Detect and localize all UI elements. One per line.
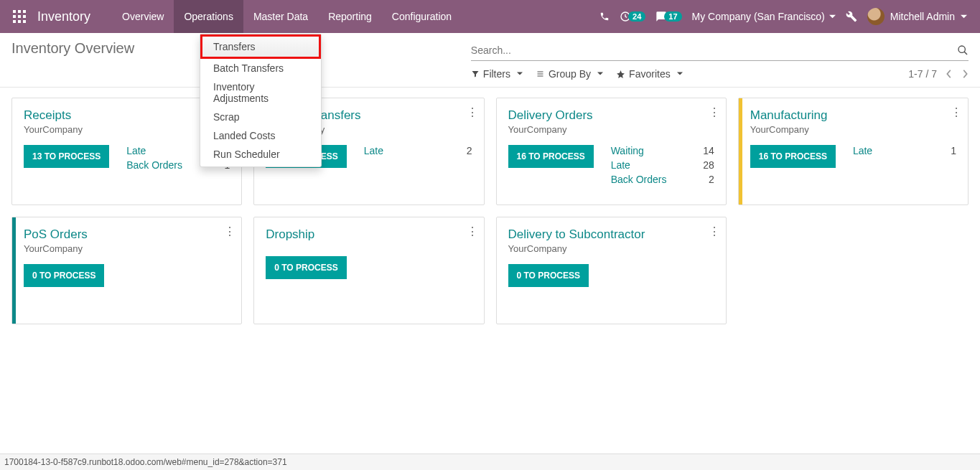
user-menu[interactable]: Mitchell Admin: [867, 8, 967, 25]
dd-run-scheduler[interactable]: Run Scheduler: [200, 145, 321, 164]
card-title[interactable]: Manufacturing: [750, 108, 956, 123]
caret-down-icon: [961, 14, 967, 20]
apps-icon[interactable]: [13, 10, 26, 23]
svg-rect-0: [13, 10, 16, 13]
card-title[interactable]: Delivery Orders: [508, 108, 714, 123]
kanban-card[interactable]: ⋮Delivery OrdersYourCompany16 TO PROCESS…: [496, 98, 727, 205]
search-icon[interactable]: [957, 44, 969, 56]
user-name: Mitchell Admin: [890, 11, 955, 22]
dd-inventory-adjustments[interactable]: Inventory Adjustments: [200, 77, 321, 108]
kanban-view: ⋮ReceiptsYourCompany13 TO PROCESSLate12B…: [0, 88, 980, 334]
stat-value: 2: [467, 145, 472, 156]
stat-row[interactable]: Back Orders2: [611, 174, 714, 185]
groupby-button[interactable]: Group By: [536, 68, 603, 80]
card-stats: Late1: [853, 145, 956, 159]
stat-row[interactable]: Late1: [853, 145, 956, 156]
groupby-label: Group By: [549, 68, 591, 80]
card-stats: Waiting14Late28Back Orders2: [611, 145, 714, 188]
caret-down-icon: [517, 71, 523, 77]
stat-label: Late: [853, 145, 872, 156]
stat-label: Late: [611, 159, 630, 171]
kanban-card[interactable]: ⋮ManufacturingYourCompany16 TO PROCESSLa…: [738, 98, 969, 205]
operations-dropdown: Transfers Batch Transfers Inventory Adju…: [200, 34, 322, 167]
dd-landed-costs[interactable]: Landed Costs: [200, 126, 321, 145]
card-menu-icon[interactable]: ⋮: [224, 225, 235, 238]
stat-value: 28: [703, 159, 714, 171]
process-button[interactable]: 0 TO PROCESS: [24, 264, 104, 287]
caret-down-icon: [677, 71, 683, 77]
process-button[interactable]: 13 TO PROCESS: [24, 145, 109, 168]
card-menu-icon[interactable]: ⋮: [467, 105, 478, 119]
company-switcher[interactable]: My Company (San Francisco): [692, 11, 836, 22]
stat-label: Late: [364, 145, 383, 156]
star-icon: [616, 70, 625, 79]
card-menu-icon[interactable]: ⋮: [467, 225, 478, 238]
stat-label: Late: [126, 145, 146, 156]
filters-label: Filters: [483, 68, 510, 80]
kanban-card[interactable]: ⋮Dropship0 TO PROCESS: [253, 217, 484, 324]
app-brand[interactable]: Inventory: [37, 9, 90, 24]
filters-button[interactable]: Filters: [471, 68, 523, 80]
nav-master-data[interactable]: Master Data: [243, 0, 318, 33]
search-box[interactable]: [471, 40, 969, 61]
process-button[interactable]: 16 TO PROCESS: [750, 145, 836, 168]
activities-icon[interactable]: 24: [620, 11, 645, 22]
stat-label: Back Orders: [126, 159, 182, 171]
stat-row[interactable]: Late2: [364, 145, 472, 156]
card-title[interactable]: Delivery to Subcontractor: [508, 227, 714, 242]
favorites-button[interactable]: Favorites: [616, 68, 683, 80]
dd-transfers[interactable]: Transfers: [200, 34, 321, 59]
card-color-bar: [739, 98, 742, 205]
nav-overview[interactable]: Overview: [112, 0, 174, 33]
company-name: My Company (San Francisco): [692, 11, 825, 22]
pager-next[interactable]: [961, 69, 969, 79]
statusbar: 1700184-13-0-f587c9.runbot18.odoo.com/we…: [0, 453, 980, 470]
navbar: Inventory Overview Operations Master Dat…: [0, 0, 980, 33]
card-subtitle: YourCompany: [508, 243, 714, 254]
process-button[interactable]: 16 TO PROCESS: [508, 145, 594, 168]
stat-value: 2: [709, 174, 714, 185]
stat-value: 1: [951, 145, 956, 156]
card-title[interactable]: PoS Orders: [24, 227, 230, 242]
card-color-bar: [12, 217, 16, 324]
svg-rect-7: [18, 20, 21, 23]
process-button[interactable]: 0 TO PROCESS: [266, 256, 346, 279]
debug-icon[interactable]: [846, 11, 857, 22]
nav-configuration[interactable]: Configuration: [382, 0, 462, 33]
stat-row[interactable]: Waiting14: [611, 145, 714, 156]
process-button[interactable]: 0 TO PROCESS: [508, 264, 589, 287]
kanban-card[interactable]: ⋮Delivery to SubcontractorYourCompany0 T…: [496, 217, 727, 324]
nav-reporting[interactable]: Reporting: [318, 0, 382, 33]
phone-icon[interactable]: [599, 11, 610, 22]
card-menu-icon[interactable]: ⋮: [709, 105, 720, 119]
svg-rect-6: [13, 20, 16, 23]
caret-down-icon: [829, 14, 836, 20]
svg-rect-3: [13, 15, 16, 18]
search-input[interactable]: [471, 42, 957, 59]
dd-batch-transfers[interactable]: Batch Transfers: [200, 59, 321, 77]
stat-row[interactable]: Late28: [611, 159, 714, 171]
card-title[interactable]: Dropship: [266, 227, 472, 242]
caret-down-icon: [597, 71, 603, 77]
card-menu-icon[interactable]: ⋮: [709, 225, 720, 238]
card-subtitle: YourCompany: [750, 124, 956, 135]
kanban-card[interactable]: ⋮PoS OrdersYourCompany0 TO PROCESS: [11, 217, 242, 324]
svg-rect-2: [23, 10, 26, 13]
svg-rect-1: [18, 10, 21, 13]
svg-rect-5: [23, 15, 26, 18]
activities-badge: 24: [628, 11, 645, 22]
nav-operations[interactable]: Operations: [174, 0, 243, 33]
svg-rect-4: [18, 15, 21, 18]
stat-label: Waiting: [611, 145, 644, 156]
card-subtitle: YourCompany: [24, 243, 230, 254]
pager-count: 1-7 / 7: [908, 68, 937, 80]
card-menu-icon[interactable]: ⋮: [951, 105, 962, 119]
dd-scrap[interactable]: Scrap: [200, 108, 321, 126]
stat-value: 14: [703, 145, 714, 156]
card-stats: Late2: [364, 145, 472, 159]
stat-label: Back Orders: [611, 174, 667, 185]
avatar: [867, 8, 885, 25]
pager-prev[interactable]: [946, 69, 953, 79]
messages-icon[interactable]: 17: [655, 11, 681, 22]
svg-point-10: [958, 46, 965, 52]
